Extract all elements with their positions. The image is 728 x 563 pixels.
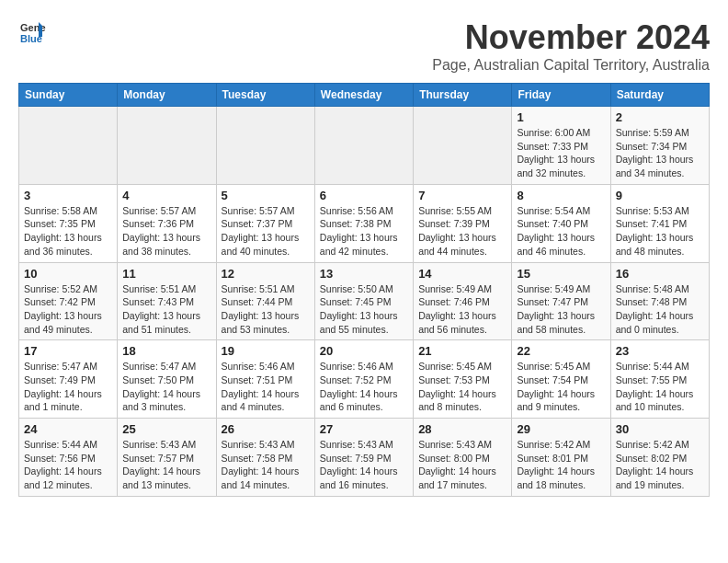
table-row: 23Sunrise: 5:44 AM Sunset: 7:55 PM Dayli…	[610, 340, 709, 419]
day-number: 6	[320, 189, 408, 202]
col-tuesday: Tuesday	[216, 84, 314, 107]
table-row: 12Sunrise: 5:51 AM Sunset: 7:44 PM Dayli…	[216, 262, 314, 340]
table-row: 30Sunrise: 5:42 AM Sunset: 8:02 PM Dayli…	[610, 419, 709, 497]
calendar-week-row: 10Sunrise: 5:52 AM Sunset: 7:42 PM Dayli…	[19, 262, 710, 340]
day-number: 18	[122, 344, 210, 358]
day-number: 24	[24, 422, 112, 436]
day-detail: Sunrise: 5:46 AM Sunset: 7:51 PM Dayligh…	[222, 360, 310, 414]
day-detail: Sunrise: 6:00 AM Sunset: 7:33 PM Dayligh…	[517, 126, 605, 180]
day-detail: Sunrise: 5:57 AM Sunset: 7:37 PM Dayligh…	[222, 204, 310, 259]
table-row: 5Sunrise: 5:57 AM Sunset: 7:37 PM Daylig…	[216, 184, 314, 262]
day-number: 1	[517, 110, 605, 124]
col-sunday: Sunday	[19, 84, 118, 107]
table-row: 9Sunrise: 5:53 AM Sunset: 7:41 PM Daylig…	[610, 184, 709, 262]
table-row: 8Sunrise: 5:54 AM Sunset: 7:40 PM Daylig…	[512, 184, 610, 262]
day-detail: Sunrise: 5:47 AM Sunset: 7:49 PM Dayligh…	[24, 360, 112, 414]
table-row: 20Sunrise: 5:46 AM Sunset: 7:52 PM Dayli…	[314, 340, 413, 419]
table-row: 24Sunrise: 5:44 AM Sunset: 7:56 PM Dayli…	[19, 419, 118, 497]
day-number: 7	[418, 189, 506, 202]
table-row: 10Sunrise: 5:52 AM Sunset: 7:42 PM Dayli…	[19, 262, 118, 340]
day-detail: Sunrise: 5:56 AM Sunset: 7:38 PM Dayligh…	[320, 204, 408, 259]
table-row: 21Sunrise: 5:45 AM Sunset: 7:53 PM Dayli…	[414, 340, 512, 419]
table-row: 4Sunrise: 5:57 AM Sunset: 7:36 PM Daylig…	[118, 184, 216, 262]
table-row: 2Sunrise: 5:59 AM Sunset: 7:34 PM Daylig…	[610, 107, 709, 185]
day-number: 8	[517, 189, 605, 202]
col-wednesday: Wednesday	[314, 84, 413, 107]
day-detail: Sunrise: 5:43 AM Sunset: 7:57 PM Dayligh…	[122, 438, 210, 492]
table-row	[216, 107, 314, 185]
calendar-week-row: 17Sunrise: 5:47 AM Sunset: 7:49 PM Dayli…	[19, 340, 710, 419]
table-row: 27Sunrise: 5:43 AM Sunset: 7:59 PM Dayli…	[314, 419, 413, 497]
day-number: 10	[24, 267, 112, 281]
calendar-week-row: 24Sunrise: 5:44 AM Sunset: 7:56 PM Dayli…	[19, 419, 710, 497]
table-row	[118, 107, 216, 185]
day-detail: Sunrise: 5:43 AM Sunset: 8:00 PM Dayligh…	[418, 438, 506, 492]
day-number: 21	[418, 344, 506, 358]
table-row	[19, 107, 118, 185]
day-detail: Sunrise: 5:42 AM Sunset: 8:02 PM Dayligh…	[616, 438, 704, 492]
col-friday: Friday	[512, 84, 610, 107]
table-row: 18Sunrise: 5:47 AM Sunset: 7:50 PM Dayli…	[118, 340, 216, 419]
col-thursday: Thursday	[414, 84, 512, 107]
day-number: 14	[418, 267, 506, 281]
title-area: November 2024 Page, Australian Capital T…	[432, 18, 710, 74]
table-row	[414, 107, 512, 185]
table-row: 6Sunrise: 5:56 AM Sunset: 7:38 PM Daylig…	[314, 184, 413, 262]
calendar-table: Sunday Monday Tuesday Wednesday Thursday…	[18, 83, 710, 497]
page-header: General Blue November 2024 Page, Austral…	[18, 18, 710, 74]
day-number: 13	[320, 267, 408, 281]
day-detail: Sunrise: 5:46 AM Sunset: 7:52 PM Dayligh…	[320, 360, 408, 414]
table-row: 19Sunrise: 5:46 AM Sunset: 7:51 PM Dayli…	[216, 340, 314, 419]
day-number: 2	[616, 110, 704, 124]
day-number: 3	[24, 189, 112, 202]
day-number: 30	[616, 422, 704, 436]
table-row: 29Sunrise: 5:42 AM Sunset: 8:01 PM Dayli…	[512, 419, 610, 497]
table-row: 25Sunrise: 5:43 AM Sunset: 7:57 PM Dayli…	[118, 419, 216, 497]
table-row: 7Sunrise: 5:55 AM Sunset: 7:39 PM Daylig…	[414, 184, 512, 262]
day-detail: Sunrise: 5:57 AM Sunset: 7:36 PM Dayligh…	[122, 204, 210, 259]
day-number: 4	[122, 189, 210, 202]
day-number: 26	[222, 422, 310, 436]
location-subtitle: Page, Australian Capital Territory, Aust…	[432, 57, 710, 74]
table-row: 14Sunrise: 5:49 AM Sunset: 7:46 PM Dayli…	[414, 262, 512, 340]
day-detail: Sunrise: 5:51 AM Sunset: 7:43 PM Dayligh…	[122, 282, 210, 337]
logo: General Blue	[18, 18, 46, 46]
table-row: 22Sunrise: 5:45 AM Sunset: 7:54 PM Dayli…	[512, 340, 610, 419]
day-number: 25	[122, 422, 210, 436]
day-number: 20	[320, 344, 408, 358]
table-row: 13Sunrise: 5:50 AM Sunset: 7:45 PM Dayli…	[314, 262, 413, 340]
day-detail: Sunrise: 5:45 AM Sunset: 7:53 PM Dayligh…	[418, 360, 506, 414]
day-number: 27	[320, 422, 408, 436]
day-detail: Sunrise: 5:44 AM Sunset: 7:55 PM Dayligh…	[616, 360, 704, 414]
day-number: 28	[418, 422, 506, 436]
day-detail: Sunrise: 5:50 AM Sunset: 7:45 PM Dayligh…	[320, 282, 408, 337]
calendar-week-row: 1Sunrise: 6:00 AM Sunset: 7:33 PM Daylig…	[19, 107, 710, 185]
day-number: 16	[616, 267, 704, 281]
table-row: 28Sunrise: 5:43 AM Sunset: 8:00 PM Dayli…	[414, 419, 512, 497]
calendar-week-row: 3Sunrise: 5:58 AM Sunset: 7:35 PM Daylig…	[19, 184, 710, 262]
day-detail: Sunrise: 5:49 AM Sunset: 7:47 PM Dayligh…	[517, 282, 605, 337]
calendar-header-row: Sunday Monday Tuesday Wednesday Thursday…	[19, 84, 710, 107]
table-row	[314, 107, 413, 185]
day-detail: Sunrise: 5:43 AM Sunset: 7:59 PM Dayligh…	[320, 438, 408, 492]
table-row: 15Sunrise: 5:49 AM Sunset: 7:47 PM Dayli…	[512, 262, 610, 340]
col-monday: Monday	[118, 84, 216, 107]
day-number: 19	[222, 344, 310, 358]
day-number: 29	[517, 422, 605, 436]
day-number: 5	[222, 189, 310, 202]
table-row: 26Sunrise: 5:43 AM Sunset: 7:58 PM Dayli…	[216, 419, 314, 497]
day-detail: Sunrise: 5:45 AM Sunset: 7:54 PM Dayligh…	[517, 360, 605, 414]
day-detail: Sunrise: 5:55 AM Sunset: 7:39 PM Dayligh…	[418, 204, 506, 259]
day-detail: Sunrise: 5:51 AM Sunset: 7:44 PM Dayligh…	[222, 282, 310, 337]
table-row: 11Sunrise: 5:51 AM Sunset: 7:43 PM Dayli…	[118, 262, 216, 340]
table-row: 16Sunrise: 5:48 AM Sunset: 7:48 PM Dayli…	[610, 262, 709, 340]
month-title: November 2024	[432, 18, 710, 57]
day-detail: Sunrise: 5:49 AM Sunset: 7:46 PM Dayligh…	[418, 282, 506, 337]
table-row: 17Sunrise: 5:47 AM Sunset: 7:49 PM Dayli…	[19, 340, 118, 419]
table-row: 1Sunrise: 6:00 AM Sunset: 7:33 PM Daylig…	[512, 107, 610, 185]
day-number: 17	[24, 344, 112, 358]
day-number: 9	[616, 189, 704, 202]
day-detail: Sunrise: 5:58 AM Sunset: 7:35 PM Dayligh…	[24, 204, 112, 259]
day-detail: Sunrise: 5:48 AM Sunset: 7:48 PM Dayligh…	[616, 282, 704, 337]
day-detail: Sunrise: 5:44 AM Sunset: 7:56 PM Dayligh…	[24, 438, 112, 492]
